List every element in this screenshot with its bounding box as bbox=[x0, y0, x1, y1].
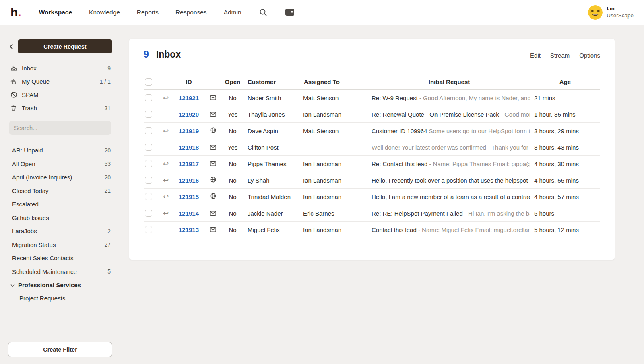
open-status: No bbox=[221, 177, 244, 184]
request-id-link[interactable]: 121915 bbox=[179, 193, 199, 200]
filter-label: LaraJobs bbox=[12, 228, 107, 234]
table-row[interactable]: ↩ 121914 bbox=[144, 205, 600, 222]
open-status: Yes bbox=[221, 111, 244, 118]
request-age: 3 hours, 43 mins bbox=[530, 144, 600, 151]
table-row[interactable]: ↩ 121916 bbox=[144, 172, 600, 189]
sidebar-filter-item[interactable]: April (Invoice Inquires) 20 bbox=[0, 171, 120, 184]
user-menu[interactable]: Ian UserScape bbox=[588, 5, 634, 20]
sidebar-filter-item[interactable]: Closed Today 21 bbox=[0, 184, 120, 198]
sidebar-group-professional-services[interactable]: Professional Services bbox=[0, 278, 120, 292]
search-icon[interactable] bbox=[259, 8, 267, 16]
customer-name: Pippa Thames bbox=[244, 160, 301, 167]
open-status: No bbox=[221, 128, 244, 134]
table-row[interactable]: ↩ 121913 bbox=[144, 222, 600, 238]
nav-item-admin[interactable]: Admin bbox=[224, 9, 242, 16]
col-header-age: Age bbox=[530, 78, 600, 85]
table-row[interactable]: ↩ 121918 bbox=[144, 139, 600, 156]
nav-item-knowledge[interactable]: Knowledge bbox=[89, 9, 120, 16]
globe-icon bbox=[210, 177, 216, 184]
customer-name: Ly Shah bbox=[244, 177, 301, 184]
user-meta: Ian UserScape bbox=[607, 6, 634, 19]
table-row[interactable]: ↩ 121919 bbox=[144, 123, 600, 139]
row-checkbox[interactable] bbox=[145, 94, 152, 101]
sidebar-system-list: Inbox 9 My Queue 1 / 1 bbox=[0, 62, 120, 115]
assigned-to: Ian Landsman bbox=[301, 160, 368, 167]
sidebar-filter-item[interactable]: AR: Unpaid 20 bbox=[0, 144, 120, 157]
table-row[interactable]: ↩ 121921 bbox=[144, 90, 600, 106]
mail-icon bbox=[210, 111, 216, 118]
sidebar-item-label: My Queue bbox=[22, 78, 100, 85]
sidebar-filter-item[interactable]: Migration Status 27 bbox=[0, 238, 120, 252]
sidebar-item-label: Inbox bbox=[22, 65, 107, 72]
sidebar-filter-item[interactable]: Scheduled Maintenance 5 bbox=[0, 265, 120, 279]
inbox-open-count: 9 bbox=[144, 49, 149, 60]
request-preview: - Good morn... bbox=[499, 111, 530, 118]
inbox-icon bbox=[10, 65, 22, 72]
row-checkbox[interactable] bbox=[145, 177, 152, 184]
sidebar-item-my-queue[interactable]: My Queue 1 / 1 bbox=[0, 75, 120, 88]
table-row[interactable]: ↩ 121917 bbox=[144, 156, 600, 172]
sidebar-item-inbox[interactable]: Inbox 9 bbox=[0, 62, 120, 75]
header-action-link[interactable]: Edit bbox=[530, 52, 541, 59]
sidebar-search-input[interactable] bbox=[9, 121, 111, 135]
mail-icon bbox=[210, 95, 216, 101]
col-header-customer: Customer bbox=[244, 78, 301, 85]
request-age: 21 mins bbox=[530, 95, 600, 101]
sidebar-item-project-requests[interactable]: Project Requests bbox=[0, 292, 120, 304]
col-header-id: ID bbox=[173, 78, 205, 85]
sidebar-filter-item[interactable]: Recent Sales Contacts bbox=[0, 251, 120, 265]
request-id-link[interactable]: 121920 bbox=[179, 111, 199, 118]
reply-icon: ↩ bbox=[163, 210, 169, 217]
collapse-sidebar-icon[interactable] bbox=[9, 44, 14, 49]
row-checkbox[interactable] bbox=[145, 226, 152, 233]
table-row[interactable]: ↩ 121920 bbox=[144, 106, 600, 123]
assigned-to: Eric Barnes bbox=[301, 210, 368, 217]
request-id-link[interactable]: 121913 bbox=[179, 226, 199, 233]
request-id-link[interactable]: 121917 bbox=[179, 160, 199, 167]
assigned-to: Matt Stenson bbox=[301, 128, 368, 134]
nav-item-reports[interactable]: Reports bbox=[137, 9, 159, 16]
row-checkbox[interactable] bbox=[145, 111, 152, 118]
sidebar-filter-item[interactable]: Escalated bbox=[0, 197, 120, 211]
request-subject: Hello, I am a new member of a team as a … bbox=[372, 193, 530, 200]
select-all-checkbox[interactable] bbox=[145, 78, 152, 86]
request-preview: - Hi Ian, I'm asking the ban... bbox=[463, 210, 530, 217]
sidebar-filter-item[interactable]: All Open 53 bbox=[0, 157, 120, 171]
request-id-link[interactable]: 121918 bbox=[179, 144, 199, 151]
wallet-icon[interactable] bbox=[285, 8, 295, 16]
create-filter-button[interactable]: Create Filter bbox=[8, 342, 112, 357]
row-checkbox[interactable] bbox=[145, 160, 152, 167]
header-actions: Edit Stream Options bbox=[530, 52, 600, 59]
sidebar-item-trash[interactable]: Trash 31 bbox=[0, 101, 120, 115]
app-logo[interactable]: h. bbox=[10, 6, 21, 19]
row-checkbox[interactable] bbox=[145, 144, 152, 151]
user-name: Ian bbox=[607, 6, 634, 12]
open-status: No bbox=[221, 193, 244, 200]
table-row[interactable]: ↩ 121915 bbox=[144, 189, 600, 205]
open-status: No bbox=[221, 95, 244, 101]
sidebar-filter-item[interactable]: Github Issues bbox=[0, 211, 120, 225]
request-id-link[interactable]: 121914 bbox=[179, 210, 199, 217]
request-id-link[interactable]: 121919 bbox=[179, 128, 199, 134]
request-id-link[interactable]: 121916 bbox=[179, 177, 199, 184]
row-checkbox[interactable] bbox=[145, 210, 152, 217]
create-request-button[interactable]: Create Request bbox=[18, 39, 112, 53]
trash-icon bbox=[10, 105, 22, 111]
customer-name: Jackie Nader bbox=[244, 210, 301, 217]
globe-icon bbox=[210, 193, 216, 200]
request-age: 5 hours bbox=[530, 210, 600, 217]
sidebar-filter-item[interactable]: LaraJobs 2 bbox=[0, 224, 120, 238]
assigned-to: Ian Landsman bbox=[301, 226, 368, 233]
nav-item-responses[interactable]: Responses bbox=[175, 9, 207, 16]
header-action-link[interactable]: Stream bbox=[550, 52, 570, 59]
initial-request: Customer ID 109964 Some users go to our … bbox=[368, 128, 530, 134]
header-action-link[interactable]: Options bbox=[579, 52, 600, 59]
sidebar-item-spam[interactable]: SPAM bbox=[0, 88, 120, 101]
filter-count: 21 bbox=[104, 187, 111, 194]
row-checkbox[interactable] bbox=[145, 127, 152, 134]
request-id-link[interactable]: 121921 bbox=[179, 95, 199, 101]
user-avatar-icon bbox=[588, 5, 603, 20]
nav-item-workspace[interactable]: Workspace bbox=[39, 9, 72, 16]
row-checkbox[interactable] bbox=[145, 193, 152, 200]
request-preview: - Name: Pippa Thames Email: pippa@r... bbox=[427, 160, 530, 167]
